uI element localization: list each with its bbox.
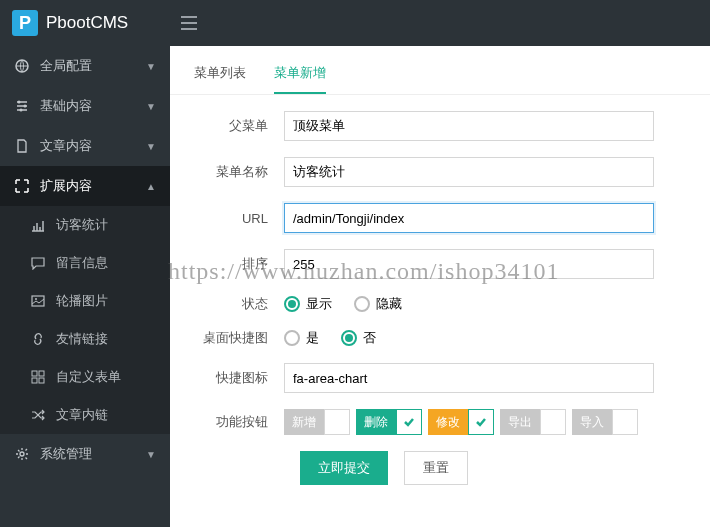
sub-label: 文章内链 (56, 406, 108, 424)
sort-input[interactable] (284, 249, 654, 279)
caret-down-icon: ▼ (146, 141, 156, 152)
fn-exp-check[interactable] (540, 409, 566, 435)
radio-label: 否 (363, 329, 376, 347)
submit-button[interactable]: 立即提交 (300, 451, 388, 485)
sub-label: 友情链接 (56, 330, 108, 348)
nav-basic[interactable]: 基础内容 ▼ (0, 86, 170, 126)
radio-label: 是 (306, 329, 319, 347)
grid-icon (30, 370, 46, 384)
label-parent: 父菜单 (194, 117, 284, 135)
fn-imp-label: 导入 (572, 409, 612, 435)
fn-exp-label: 导出 (500, 409, 540, 435)
svg-point-6 (20, 109, 23, 112)
label-sort: 排序 (194, 255, 284, 273)
expand-icon (14, 179, 30, 193)
fn-mod-label: 修改 (428, 409, 468, 435)
tabs: 菜单列表 菜单新增 (170, 46, 710, 95)
status-hide-radio[interactable]: 隐藏 (354, 295, 402, 313)
caret-up-icon: ▲ (146, 181, 156, 192)
nav-label: 系统管理 (40, 445, 92, 463)
globe-icon (14, 59, 30, 73)
caret-down-icon: ▼ (146, 101, 156, 112)
fn-modify[interactable]: 修改 (428, 409, 494, 435)
chart-icon (30, 218, 46, 232)
label-name: 菜单名称 (194, 163, 284, 181)
sub-label: 自定义表单 (56, 368, 121, 386)
nav-system[interactable]: 系统管理 ▼ (0, 434, 170, 474)
fn-add-label: 新增 (284, 409, 324, 435)
svg-point-8 (35, 298, 37, 300)
radio-icon (354, 296, 370, 312)
label-icon: 快捷图标 (194, 369, 284, 387)
image-icon (30, 294, 46, 308)
shuffle-icon (30, 408, 46, 422)
svg-rect-10 (39, 371, 44, 376)
gear-icon (14, 447, 30, 461)
svg-point-13 (20, 452, 24, 456)
radio-label: 隐藏 (376, 295, 402, 313)
fn-del-label: 删除 (356, 409, 396, 435)
nav-label: 全局配置 (40, 57, 92, 75)
nav-label: 文章内容 (40, 137, 92, 155)
svg-rect-12 (39, 378, 44, 383)
sub-label: 访客统计 (56, 216, 108, 234)
sub-visitor-stats[interactable]: 访客统计 (0, 206, 170, 244)
link-icon (30, 332, 46, 346)
svg-rect-11 (32, 378, 37, 383)
tab-menu-list[interactable]: 菜单列表 (194, 64, 246, 94)
fn-imp-check[interactable] (612, 409, 638, 435)
svg-rect-9 (32, 371, 37, 376)
fn-add[interactable]: 新增 (284, 409, 350, 435)
tab-menu-add[interactable]: 菜单新增 (274, 64, 326, 94)
nav-article[interactable]: 文章内容 ▼ (0, 126, 170, 166)
label-status: 状态 (194, 295, 284, 313)
hamburger-icon (181, 16, 197, 30)
brand: P PbootCMS (0, 0, 170, 46)
fn-mod-check[interactable] (468, 409, 494, 435)
svg-point-4 (18, 101, 21, 104)
sub-internal-link[interactable]: 文章内链 (0, 396, 170, 434)
comment-icon (30, 256, 46, 270)
sub-label: 轮播图片 (56, 292, 108, 310)
brand-text: PbootCMS (46, 13, 128, 33)
fn-export[interactable]: 导出 (500, 409, 566, 435)
label-shortcut: 桌面快捷图 (194, 329, 284, 347)
status-show-radio[interactable]: 显示 (284, 295, 332, 313)
sub-messages[interactable]: 留言信息 (0, 244, 170, 282)
file-icon (14, 139, 30, 153)
caret-down-icon: ▼ (146, 449, 156, 460)
menu-toggle-button[interactable] (170, 0, 208, 46)
radio-icon (284, 330, 300, 346)
fn-import[interactable]: 导入 (572, 409, 638, 435)
name-input[interactable] (284, 157, 654, 187)
svg-rect-0 (181, 16, 197, 18)
parent-input[interactable] (284, 111, 654, 141)
shortcut-no-radio[interactable]: 否 (341, 329, 376, 347)
sub-label: 留言信息 (56, 254, 108, 272)
label-url: URL (194, 211, 284, 226)
fn-del-check[interactable] (396, 409, 422, 435)
nav-label: 扩展内容 (40, 177, 92, 195)
logo-icon: P (12, 10, 38, 36)
check-icon (402, 415, 416, 429)
svg-rect-2 (181, 28, 197, 30)
icon-input[interactable] (284, 363, 654, 393)
url-input[interactable] (284, 203, 654, 233)
sub-custom-form[interactable]: 自定义表单 (0, 358, 170, 396)
fn-add-check[interactable] (324, 409, 350, 435)
shortcut-yes-radio[interactable]: 是 (284, 329, 319, 347)
radio-label: 显示 (306, 295, 332, 313)
nav-extend[interactable]: 扩展内容 ▲ (0, 166, 170, 206)
svg-point-5 (24, 105, 27, 108)
reset-button[interactable]: 重置 (404, 451, 468, 485)
sliders-icon (14, 99, 30, 113)
sidebar: 全局配置 ▼ 基础内容 ▼ 文章内容 ▼ 扩展内容 ▲ 访客统计 留言信息 轮播… (0, 46, 170, 527)
sub-carousel[interactable]: 轮播图片 (0, 282, 170, 320)
menu-form: 父菜单 菜单名称 URL 排序 状态 显示 隐藏 桌面快捷图 是 否 (170, 95, 710, 501)
nav-label: 基础内容 (40, 97, 92, 115)
fn-delete[interactable]: 删除 (356, 409, 422, 435)
svg-rect-1 (181, 22, 197, 24)
radio-icon (284, 296, 300, 312)
sub-links[interactable]: 友情链接 (0, 320, 170, 358)
nav-global[interactable]: 全局配置 ▼ (0, 46, 170, 86)
